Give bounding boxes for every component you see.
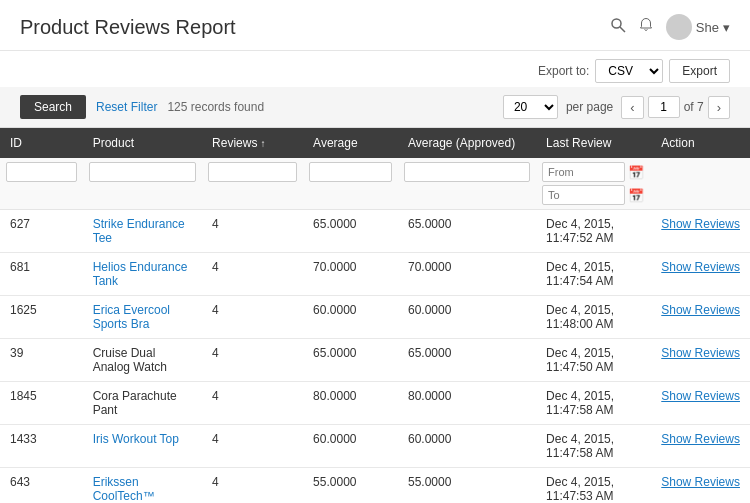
- product-link[interactable]: Helios Endurance Tank: [93, 260, 188, 288]
- records-count: 125 records found: [167, 100, 264, 114]
- cell-last-review: Dec 4, 2015, 11:47:58 AM: [536, 425, 651, 468]
- table-row: 1433Iris Workout Top460.000060.0000Dec 4…: [0, 425, 750, 468]
- cell-average: 65.0000: [303, 210, 398, 253]
- cell-product: Helios Endurance Tank: [83, 253, 202, 296]
- col-header-reviews[interactable]: Reviews↑: [202, 128, 303, 158]
- table-row: 681Helios Endurance Tank470.000070.0000D…: [0, 253, 750, 296]
- cell-average: 70.0000: [303, 253, 398, 296]
- cell-average-approved: 60.0000: [398, 296, 536, 339]
- cell-average: 60.0000: [303, 296, 398, 339]
- pagination: ‹ of 7 ›: [621, 96, 730, 119]
- page-title: Product Reviews Report: [20, 16, 236, 39]
- sort-arrow-reviews: ↑: [260, 138, 265, 149]
- toolbar: Search Reset Filter 125 records found 20…: [0, 87, 750, 128]
- cell-average: 65.0000: [303, 339, 398, 382]
- filter-date-to[interactable]: [542, 185, 625, 205]
- cell-last-review: Dec 4, 2015, 11:47:54 AM: [536, 253, 651, 296]
- cell-reviews: 4: [202, 210, 303, 253]
- cell-average-approved: 70.0000: [398, 253, 536, 296]
- cell-last-review: Dec 4, 2015, 11:47:53 AM: [536, 468, 651, 504]
- col-header-product: Product: [83, 128, 202, 158]
- show-reviews-link[interactable]: Show Reviews: [661, 346, 740, 360]
- filter-cell-average_approved: [398, 158, 536, 210]
- col-header-last_review: Last Review: [536, 128, 651, 158]
- calendar-from-icon[interactable]: 📅: [628, 165, 644, 180]
- table-row: 39Cruise Dual Analog Watch465.000065.000…: [0, 339, 750, 382]
- per-page-select[interactable]: 20 50 100: [503, 95, 558, 119]
- table-row: 643Erikssen CoolTech™ Fitness Tank455.00…: [0, 468, 750, 504]
- cell-last-review: Dec 4, 2015, 11:48:00 AM: [536, 296, 651, 339]
- col-header-action: Action: [651, 128, 750, 158]
- show-reviews-link[interactable]: Show Reviews: [661, 260, 740, 274]
- table-row: 1625Erica Evercool Sports Bra460.000060.…: [0, 296, 750, 339]
- cell-last-review: Dec 4, 2015, 11:47:52 AM: [536, 210, 651, 253]
- show-reviews-link[interactable]: Show Reviews: [661, 475, 740, 489]
- cell-id: 681: [0, 253, 83, 296]
- avatar: [666, 14, 692, 40]
- cell-id: 1625: [0, 296, 83, 339]
- search-icon[interactable]: [610, 17, 626, 37]
- filter-input-average[interactable]: [309, 162, 392, 182]
- filter-input-id[interactable]: [6, 162, 77, 182]
- chevron-down-icon: ▾: [723, 20, 730, 35]
- cell-product: Iris Workout Top: [83, 425, 202, 468]
- user-menu[interactable]: She ▾: [666, 14, 730, 40]
- cell-average: 55.0000: [303, 468, 398, 504]
- filter-cell-average: [303, 158, 398, 210]
- cell-average: 60.0000: [303, 425, 398, 468]
- reset-filter-button[interactable]: Reset Filter: [96, 100, 157, 114]
- cell-last-review: Dec 4, 2015, 11:47:58 AM: [536, 382, 651, 425]
- product-link[interactable]: Strike Endurance Tee: [93, 217, 185, 245]
- per-page-label: per page: [566, 100, 613, 114]
- table-row: 1845Cora Parachute Pant480.000080.0000De…: [0, 382, 750, 425]
- cell-reviews: 4: [202, 382, 303, 425]
- export-format-select[interactable]: CSV XML Excel: [595, 59, 663, 83]
- cell-last-review: Dec 4, 2015, 11:47:50 AM: [536, 339, 651, 382]
- calendar-to-icon[interactable]: 📅: [628, 188, 644, 203]
- cell-average: 80.0000: [303, 382, 398, 425]
- page-total: of 7: [684, 100, 704, 114]
- export-label: Export to:: [538, 64, 589, 78]
- cell-product: Cora Parachute Pant: [83, 382, 202, 425]
- filter-cell-last_review: 📅📅: [536, 158, 651, 210]
- cell-action: Show Reviews: [651, 339, 750, 382]
- show-reviews-link[interactable]: Show Reviews: [661, 389, 740, 403]
- cell-average-approved: 80.0000: [398, 382, 536, 425]
- cell-id: 1433: [0, 425, 83, 468]
- page-number-input[interactable]: [648, 96, 680, 118]
- show-reviews-link[interactable]: Show Reviews: [661, 432, 740, 446]
- cell-action: Show Reviews: [651, 425, 750, 468]
- search-button[interactable]: Search: [20, 95, 86, 119]
- filter-input-reviews[interactable]: [208, 162, 297, 182]
- product-link[interactable]: Erikssen CoolTech™ Fitness Tank: [93, 475, 160, 503]
- cell-product: Erica Evercool Sports Bra: [83, 296, 202, 339]
- cell-average-approved: 55.0000: [398, 468, 536, 504]
- filter-cell-id: [0, 158, 83, 210]
- cell-action: Show Reviews: [651, 210, 750, 253]
- filter-input-average_approved[interactable]: [404, 162, 530, 182]
- user-name: She: [696, 20, 719, 35]
- svg-line-1: [620, 27, 625, 32]
- bell-icon[interactable]: [638, 17, 654, 37]
- cell-action: Show Reviews: [651, 382, 750, 425]
- cell-action: Show Reviews: [651, 296, 750, 339]
- cell-average-approved: 65.0000: [398, 210, 536, 253]
- filter-date-from[interactable]: [542, 162, 625, 182]
- page-next-button[interactable]: ›: [708, 96, 730, 119]
- cell-product: Erikssen CoolTech™ Fitness Tank: [83, 468, 202, 504]
- cell-product: Strike Endurance Tee: [83, 210, 202, 253]
- cell-action: Show Reviews: [651, 468, 750, 504]
- product-link[interactable]: Iris Workout Top: [93, 432, 179, 446]
- cell-average-approved: 60.0000: [398, 425, 536, 468]
- export-button[interactable]: Export: [669, 59, 730, 83]
- cell-product: Cruise Dual Analog Watch: [83, 339, 202, 382]
- show-reviews-link[interactable]: Show Reviews: [661, 217, 740, 231]
- cell-id: 39: [0, 339, 83, 382]
- product-link[interactable]: Erica Evercool Sports Bra: [93, 303, 170, 331]
- cell-reviews: 4: [202, 253, 303, 296]
- show-reviews-link[interactable]: Show Reviews: [661, 303, 740, 317]
- filter-cell-product: [83, 158, 202, 210]
- filter-input-product[interactable]: [89, 162, 196, 182]
- col-header-average_approved: Average (Approved): [398, 128, 536, 158]
- page-prev-button[interactable]: ‹: [621, 96, 643, 119]
